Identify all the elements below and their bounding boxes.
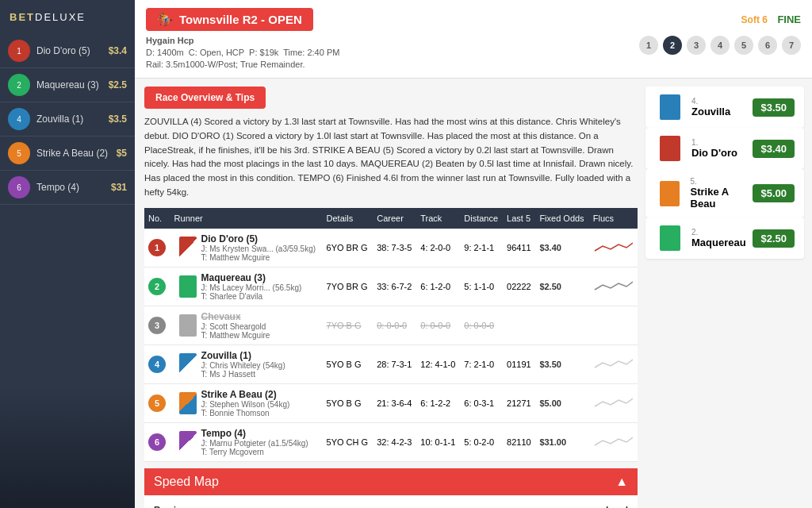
overview-text: ZOUVILLA (4) Scored a victory by 1.3l la… [144,115,638,200]
runner-name: Dio D'oro (5) [201,233,316,244]
runner-details-cell: 5YO CH G [323,422,373,461]
race-number-3[interactable]: 3 [687,36,706,55]
sidebar: BETDELUXE 1 Dio D'oro (5) $3.4 2 Maquere… [0,0,135,508]
runner-details-cell: 5YO B G [323,383,373,422]
speed-map-header[interactable]: Speed Map ▲ [144,468,638,495]
race-rail: Rail: 3.5m1000-W/Post; True Remainder. [146,60,339,69]
chevron-up-icon: ▲ [615,475,628,489]
runner-silk [179,275,197,298]
tip-runner-info: 2. Maquereau [655,225,746,251]
tip-card-dio-d'oro[interactable]: 1. Dio D'oro $3.40 [645,128,804,169]
runner-silk-icon: 2 [8,74,30,96]
runner-name-cell: Chevaux J: Scott Sheargold T: Matthew Mc… [170,306,323,344]
flucs-chart [593,394,633,411]
runner-number-cell: 6 [144,422,170,461]
col-header-distance: Distance [460,208,503,229]
flucs-chart [593,277,633,294]
overview-button[interactable]: Race Overview & Tips [144,87,266,109]
table-row: 2 Maquereau (3) J: Ms Lacey Morri... (56… [144,267,638,306]
tip-card-strike-a-beau[interactable]: 5. Strike A Beau $5.00 [645,169,804,217]
runner-name-cell: Maquereau (3) J: Ms Lacey Morri... (56.5… [170,267,323,306]
runner-silk [179,237,197,259]
runners-table: No.RunnerDetailsCareerTrackDistanceLast … [144,208,638,462]
race-title: Townsville R2 - OPEN [179,13,302,26]
runner-silk [179,314,197,337]
race-number-7[interactable]: 7 [782,36,801,55]
runner-distance-cell: 7: 2-1-0 [460,344,503,383]
runner-number-cell: 2 [144,267,170,306]
lead-label: Lead [606,505,628,508]
col-header-last-5: Last 5 [503,208,535,229]
runner-name: Tempo (4) [201,428,308,439]
barrier-label: Barrier [154,505,185,508]
sidebar-runner-5[interactable]: 5 Strike A Beau (2) $5 [0,137,135,171]
sidebar-runner-6[interactable]: 6 Tempo (4) $31 [0,171,135,205]
tip-card-zouvilla[interactable]: 4. Zouvilla $3.50 [645,87,804,128]
runner-silk-icon: 6 [8,176,30,198]
sidebar-runner-name: Maquereau (3) [36,79,109,90]
sidebar-runner-2[interactable]: 2 Maquereau (3) $2.5 [0,68,135,102]
runner-distance-cell: 0: 0-0-0 [460,306,503,344]
tip-card-maquereau[interactable]: 2. Maquereau $2.50 [645,217,804,259]
runner-name-cell: Tempo (4) J: Marnu Potgieter (a1.5/54kg)… [170,422,323,461]
runner-trainer: T: Matthew Mcguire [201,253,316,262]
runner-odds-cell: $5.00 [535,383,588,422]
race-number-selector[interactable]: 1234567 [639,36,801,55]
runner-track-cell: 10: 0-1-1 [416,422,460,461]
tip-silk [660,94,680,120]
runner-trainer: T: Matthew Mcguire [201,331,270,340]
runner-career-cell: 38: 7-3-5 [373,229,416,267]
runner-jockey: J: Scott Sheargold [201,322,270,331]
track-fine: FINE [777,13,801,25]
sidebar-runner-odds: $3.4 [109,45,127,56]
col-header-no.: No. [144,208,170,229]
runner-silk-icon: 4 [8,108,30,130]
sidebar-runner-odds: $3.5 [109,114,127,125]
race-number-6[interactable]: 6 [758,36,777,55]
runner-last5-cell: 02222 [503,267,535,306]
runner-odds-cell [535,306,588,344]
sidebar-runner-1[interactable]: 1 Dio D'oro (5) $3.4 [0,34,135,68]
runner-silk [179,353,197,375]
runner-track-cell: 6: 1-2-2 [416,383,460,422]
track-soft: Soft 6 [741,14,768,25]
left-column: Race Overview & Tips ZOUVILLA (4) Scored… [135,79,645,508]
runner-trainer: T: Bonnie Thomson [201,409,290,418]
runner-flucs-cell [589,306,638,344]
race-number-4[interactable]: 4 [710,36,730,55]
tips-list: 4. Zouvilla $3.50 1. Dio D'oro $3.40 5. … [645,87,804,259]
sidebar-runner-4[interactable]: 4 Zouvilla (1) $3.5 [0,102,135,137]
table-row: 5 Strike A Beau (2) J: Stephen Wilson (5… [144,383,638,422]
table-row: 1 Dio D'oro (5) J: Ms Krysten Swa... (a3… [144,229,638,267]
tip-position: 5. [691,177,753,186]
runner-odds-cell: $3.50 [535,344,588,383]
runner-distance-cell: 5: 0-2-0 [460,422,503,461]
tip-runner-info: 1. Dio D'oro [655,136,737,161]
flucs-chart [593,238,633,256]
sidebar-runner-odds: $2.5 [109,79,127,90]
race-number-2[interactable]: 2 [663,36,682,55]
runner-odds-cell: $2.50 [535,267,588,306]
tip-runner-info: 5. Strike A Beau [655,177,753,210]
tip-odds: $2.50 [753,229,795,248]
runner-silk [179,431,197,453]
brand-logo: BETDELUXE [0,0,135,34]
tip-name: Dio D'oro [691,147,737,159]
runner-track-cell: 12: 4-1-0 [416,344,460,383]
sidebar-runner-name: Tempo (4) [36,182,111,193]
runner-name-cell: Strike A Beau (2) J: Stephen Wilson (54k… [170,383,323,422]
sidebar-runner-odds: $31 [111,182,127,193]
runner-name-cell: Zouvilla (1) J: Chris Whiteley (54kg) T:… [170,344,323,383]
barrier-row: Barrier Lead [154,502,628,508]
runner-silk [179,392,197,414]
sidebar-runner-name: Zouvilla (1) [36,114,109,125]
sidebar-bg [0,205,135,508]
runner-number-cell: 3 [144,306,170,344]
sidebar-runner-name: Dio D'oro (5) [36,45,109,56]
tip-silk [660,225,680,251]
race-number-1[interactable]: 1 [639,36,658,55]
runner-flucs-cell [589,383,638,422]
runner-last5-cell: 21271 [503,383,535,422]
race-number-5[interactable]: 5 [734,36,753,55]
runner-silk-icon: 5 [8,142,30,164]
